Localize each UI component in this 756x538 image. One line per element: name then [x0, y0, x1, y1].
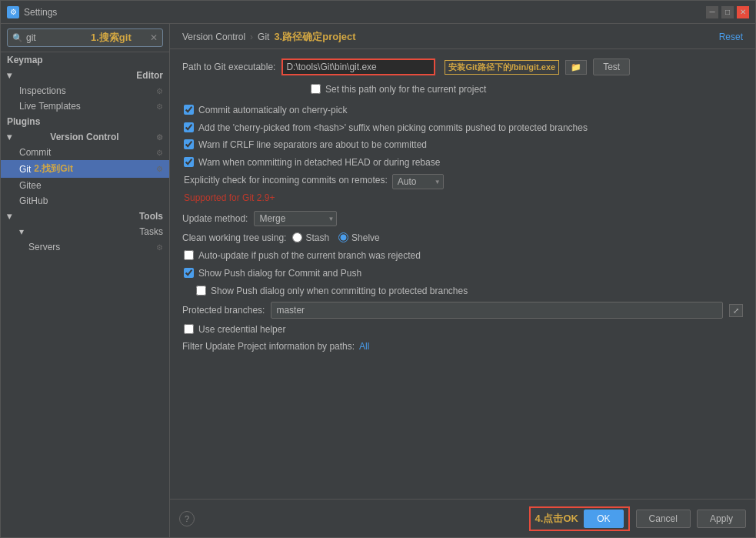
footer: ? 4.点击OK OK Cancel Apply [170, 499, 755, 537]
footer-left: ? [179, 511, 195, 526]
minimize-button[interactable]: ─ [706, 6, 718, 18]
shelve-label: Shelve [351, 232, 380, 243]
incoming-dropdown-wrap: Auto Always Never [392, 174, 444, 189]
crlf-checkbox[interactable] [184, 139, 194, 149]
sidebar-item-commit[interactable]: Commit ⚙ [1, 145, 169, 160]
auto-update-label: Auto-update if push of the current branc… [198, 249, 421, 262]
filter-label: Filter Update Project information by pat… [182, 341, 355, 352]
reset-button[interactable]: Reset [719, 32, 743, 42]
shelve-radio[interactable] [338, 232, 348, 242]
search-input-wrap: 🔍 git 1.搜索git ✕ [7, 28, 163, 47]
search-hint: 1.搜索git [91, 31, 132, 45]
sidebar-item-version-control[interactable]: ▾ Version Control ⚙ [1, 129, 169, 145]
clean-tree-row: Clean working tree using: Stash Shelve [182, 232, 743, 243]
credential-helper-label: Use credential helper [198, 323, 285, 336]
cherry-pick-row: Commit automatically on cherry-pick [182, 104, 743, 117]
breadcrumb-part2: Git [258, 32, 269, 42]
sidebar-item-inspections[interactable]: Inspections ⚙ [1, 83, 169, 99]
detached-row: Warn when committing in detached HEAD or… [182, 156, 743, 169]
main-content: Version Control › Git 3.路径确定project Rese… [170, 24, 755, 537]
suffix-row: Add the 'cherry-picked from <hash>' suff… [182, 122, 743, 135]
detached-label: Warn when committing in detached HEAD or… [198, 156, 440, 169]
maximize-button[interactable]: □ [721, 6, 734, 18]
settings-icon-inspections: ⚙ [156, 87, 163, 95]
apply-button[interactable]: Apply [697, 510, 746, 528]
breadcrumb-part1: Version Control [182, 32, 245, 42]
filter-row: Filter Update Project information by pat… [182, 341, 743, 352]
path-browse-button[interactable]: 📁 [565, 60, 587, 75]
supported-text: Supported for Git 2.9+ [184, 192, 743, 203]
auto-update-checkbox[interactable] [184, 250, 194, 260]
settings-window: ⚙ Settings ─ □ ✕ 🔍 git 1.搜索git ✕ Keymap [0, 0, 756, 538]
git-annotation: 2.找到Git [34, 162, 73, 175]
help-button[interactable]: ? [179, 511, 195, 526]
sidebar-item-live-templates[interactable]: Live Templates ⚙ [1, 99, 169, 114]
crlf-row: Warn if CRLF line separators are about t… [182, 139, 743, 152]
credential-helper-checkbox[interactable] [184, 324, 194, 334]
show-push-protected-checkbox[interactable] [196, 286, 206, 296]
ok-cancel-area: 4.点击OK OK Cancel Apply [529, 506, 746, 531]
settings-icon-git: ⚙ [156, 165, 163, 173]
protected-branches-row: Protected branches: ⤢ [182, 302, 743, 319]
test-button[interactable]: Test [593, 58, 630, 75]
filter-value: All [359, 341, 369, 352]
ok-annotation-box: 4.点击OK OK [529, 506, 630, 531]
sidebar-item-editor[interactable]: ▾ Editor [1, 68, 169, 83]
suffix-checkbox[interactable] [184, 122, 194, 132]
suffix-label: Add the 'cherry-picked from <hash>' suff… [198, 122, 588, 135]
detached-checkbox[interactable] [184, 157, 194, 167]
caret-vc: ▾ [7, 132, 12, 142]
caret-tasks: ▾ [19, 226, 24, 237]
main-body: Path to Git executable: 安装Git路径下的/bin/gi… [170, 49, 755, 499]
path-input[interactable] [286, 62, 417, 72]
update-method-dropdown-wrap: Merge Rebase Branch Default [254, 211, 337, 226]
incoming-label: Explicitly check for incoming commits on… [184, 174, 388, 187]
show-push-row: Show Push dialog for Commit and Push [182, 267, 743, 280]
update-method-label: Update method: [182, 213, 248, 224]
sidebar-item-keymap[interactable]: Keymap [1, 52, 169, 68]
current-project-checkbox[interactable] [311, 84, 321, 94]
shelve-option: Shelve [338, 232, 380, 243]
sidebar-item-tasks[interactable]: ▾ Tasks [1, 224, 169, 239]
settings-icon-live-templates: ⚙ [156, 102, 163, 111]
search-icon: 🔍 [12, 33, 23, 43]
current-project-label: Set this path only for the current proje… [325, 83, 486, 96]
cherry-pick-label: Commit automatically on cherry-pick [198, 104, 347, 117]
search-input[interactable]: git [26, 32, 88, 43]
path-row: Path to Git executable: 安装Git路径下的/bin/gi… [182, 58, 743, 75]
path-annotation: 3.路径确定project [274, 30, 355, 44]
incoming-dropdown[interactable]: Auto Always Never [392, 174, 444, 189]
breadcrumb-separator: › [250, 32, 253, 42]
cherry-pick-checkbox[interactable] [184, 105, 194, 115]
window-title: Settings [24, 7, 57, 18]
path-input-wrap [281, 58, 435, 75]
path-hint: 安装Git路径下的/bin/git.exe [445, 60, 559, 75]
main-header: Version Control › Git 3.路径确定project Rese… [170, 24, 755, 49]
ok-annotation: 4.点击OK [535, 513, 578, 524]
settings-icon-commit: ⚙ [156, 149, 163, 157]
sidebar-item-gitee[interactable]: Gitee [1, 178, 169, 193]
show-push-protected-row: Show Push dialog only when committing to… [195, 285, 743, 298]
title-bar-left: ⚙ Settings [7, 6, 57, 18]
sidebar-item-github[interactable]: GitHub [1, 193, 169, 209]
ok-button[interactable]: OK [584, 510, 623, 528]
incoming-row: Explicitly check for incoming commits on… [182, 174, 743, 189]
update-method-dropdown[interactable]: Merge Rebase Branch Default [254, 211, 337, 226]
sidebar-item-plugins[interactable]: Plugins [1, 114, 169, 129]
sidebar-item-tools[interactable]: ▾ Tools [1, 209, 169, 224]
settings-icon-vc: ⚙ [156, 133, 163, 142]
expand-button[interactable]: ⤢ [729, 304, 743, 317]
protected-branches-input[interactable] [271, 302, 723, 319]
cancel-button[interactable]: Cancel [636, 510, 691, 528]
clean-tree-label: Clean working tree using: [182, 232, 286, 243]
protected-branches-label: Protected branches: [182, 305, 265, 316]
stash-radio[interactable] [292, 232, 302, 242]
show-push-checkbox[interactable] [184, 268, 194, 278]
sidebar-item-servers[interactable]: Servers ⚙ [1, 239, 169, 255]
close-button[interactable]: ✕ [737, 6, 749, 18]
search-clear-icon[interactable]: ✕ [150, 32, 158, 43]
search-box: 🔍 git 1.搜索git ✕ [1, 24, 169, 52]
sidebar-item-git[interactable]: Git 2.找到Git ⚙ [1, 160, 169, 178]
clean-tree-radio-group: Stash Shelve [292, 232, 379, 243]
settings-icon: ⚙ [7, 6, 19, 18]
